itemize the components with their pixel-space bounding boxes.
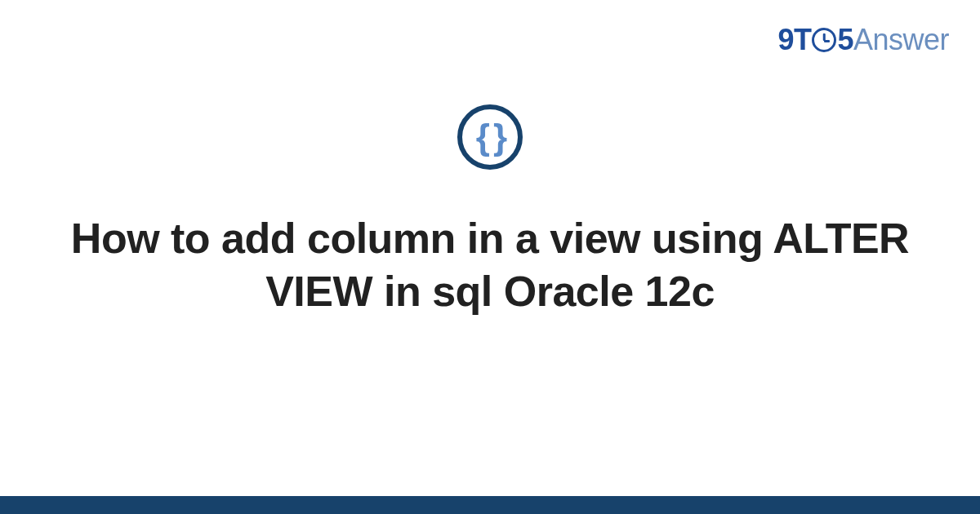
clock-icon [812, 28, 836, 52]
footer-bar [0, 496, 980, 514]
brand-nine: 9 [777, 23, 794, 57]
page-title: How to add column in a view using ALTER … [41, 212, 939, 318]
site-brand: 9 T 5 Answer [777, 23, 949, 57]
brand-t: T [794, 23, 812, 57]
braces-glyph: { } [476, 119, 504, 155]
brand-answer: Answer [853, 23, 949, 57]
brand-five: 5 [837, 23, 853, 57]
code-braces-icon: { } [457, 104, 523, 170]
